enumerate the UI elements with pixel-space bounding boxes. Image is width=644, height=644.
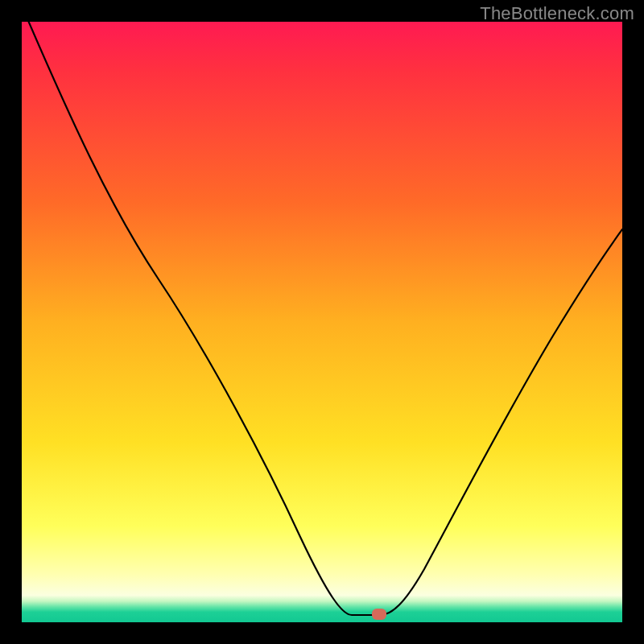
watermark-text: TheBottleneck.com	[480, 3, 634, 24]
plot-area	[22, 22, 622, 622]
chart-container: TheBottleneck.com	[0, 0, 644, 644]
optimal-marker	[372, 609, 386, 620]
curve-path	[22, 22, 622, 615]
bottleneck-curve	[22, 22, 622, 622]
